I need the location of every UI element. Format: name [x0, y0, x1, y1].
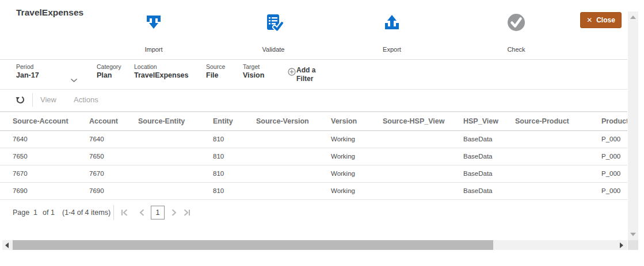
column-header[interactable]: Entity — [207, 112, 250, 130]
column-header[interactable]: Source-Entity — [132, 112, 207, 130]
page-count-label: of 1 — [43, 209, 55, 217]
horizontal-scrollbar[interactable] — [2, 240, 627, 250]
grid-cell: 810 — [207, 165, 250, 182]
table-row[interactable]: 76707670810WorkingBaseDataP_000 — [0, 165, 627, 182]
grid-cell — [250, 182, 325, 199]
close-button[interactable]: ✕ Close — [580, 12, 622, 28]
scroll-left-icon[interactable] — [2, 240, 12, 250]
column-header[interactable]: Source-Version — [250, 112, 325, 130]
grid-cell — [250, 130, 325, 148]
grid-cell — [509, 130, 596, 148]
view-menu[interactable]: View — [40, 95, 56, 104]
pov-value: Plan — [97, 71, 121, 80]
column-header[interactable]: Source-Product — [509, 112, 596, 130]
grid-cell: 7640 — [0, 130, 83, 148]
grid-cell — [250, 165, 325, 182]
grid-cell — [132, 148, 207, 165]
previous-page-icon[interactable] — [137, 208, 146, 217]
pov-value: Vision — [243, 71, 264, 80]
column-header[interactable]: Account — [83, 112, 132, 130]
grid-cell: 810 — [207, 182, 250, 199]
table-row[interactable]: 76507650810WorkingBaseDataP_000 — [0, 148, 627, 165]
next-page-icon[interactable] — [169, 208, 178, 217]
pov-field-period[interactable]: Period Jan-17 — [16, 63, 39, 80]
grid-cell — [377, 130, 458, 148]
grid-cell: Working — [325, 130, 377, 148]
grid-cell: 810 — [207, 130, 250, 148]
vertical-scrollbar[interactable] — [628, 11, 638, 240]
grid-cell — [509, 182, 596, 199]
grid-cell — [377, 165, 458, 182]
actions-menu[interactable]: Actions — [74, 95, 98, 104]
pov-value: File — [206, 71, 225, 80]
column-header[interactable]: Source-Account — [0, 112, 83, 130]
pov-value: Jan-17 — [16, 71, 39, 80]
pov-field-target: Target Vision — [243, 63, 264, 80]
grid-viewport: Source-AccountAccountSource-EntityEntity… — [0, 111, 627, 201]
scroll-right-icon[interactable] — [617, 240, 626, 250]
horizontal-scrollbar-thumb[interactable] — [13, 240, 493, 250]
grid-cell — [250, 148, 325, 165]
grid-cell: 7690 — [83, 182, 132, 199]
table-row[interactable]: 76407640810WorkingBaseDataP_000 — [0, 130, 627, 148]
scroll-down-icon[interactable] — [628, 230, 638, 239]
grid-cell: 7690 — [0, 182, 83, 199]
pagination-bar: Page 1 of 1 (1-4 of 4 items) 1 — [0, 205, 627, 221]
refresh-icon[interactable] — [15, 95, 25, 105]
grid-cell: 810 — [207, 148, 250, 165]
scroll-up-icon[interactable] — [628, 13, 638, 22]
first-page-icon[interactable] — [120, 208, 129, 217]
pov-label: Target — [243, 63, 264, 71]
import-icon — [144, 13, 163, 32]
grid-cell: BaseData — [458, 182, 509, 199]
toolbar-divider — [32, 93, 33, 107]
pov-field-source: Source File — [206, 63, 225, 80]
grid-header-row: Source-AccountAccountSource-EntityEntity… — [0, 112, 627, 130]
export-icon — [382, 13, 402, 32]
page-number-input[interactable]: 1 — [151, 206, 165, 219]
column-header[interactable]: Source-HSP_View — [377, 112, 458, 130]
grid-cell: P_000 — [596, 165, 627, 182]
grid-cell: P_000 — [596, 148, 627, 165]
grid-toolbar: View Actions — [0, 90, 627, 111]
grid-cell — [509, 165, 596, 182]
pov-value: TravelExpenses — [134, 71, 189, 80]
column-header[interactable]: Product — [596, 112, 627, 130]
last-page-icon[interactable] — [182, 208, 191, 217]
grid-cell: 7650 — [0, 148, 83, 165]
pov-field-location: Location TravelExpenses — [134, 63, 189, 80]
grid-cell: P_000 — [596, 182, 627, 199]
pov-label: Period — [16, 63, 39, 71]
check-button[interactable]: Check — [490, 13, 542, 53]
grid-cell — [509, 148, 596, 165]
column-header[interactable]: Version — [325, 112, 377, 130]
column-header[interactable]: HSP_View — [458, 112, 509, 130]
add-filter-button[interactable]: Add a Filter — [288, 66, 322, 83]
grid-cell: BaseData — [458, 165, 509, 182]
header-divider — [0, 59, 627, 60]
grid-cell: 7650 — [83, 148, 132, 165]
pov-label: Location — [134, 63, 189, 71]
grid-cell — [132, 165, 207, 182]
grid-cell: 7670 — [0, 165, 83, 182]
current-page: 1 — [33, 209, 37, 217]
grid-cell: Working — [325, 148, 377, 165]
grid-cell — [132, 182, 207, 199]
export-button[interactable]: Export — [366, 13, 418, 53]
chevron-down-icon[interactable] — [70, 75, 78, 85]
check-icon — [506, 13, 526, 32]
grid-cell: 7640 — [83, 130, 132, 148]
table-row[interactable]: 76907690810WorkingBaseDataP_000 — [0, 182, 627, 199]
grid-cell: BaseData — [458, 148, 509, 165]
page-title: TravelExpenses — [16, 7, 83, 18]
data-grid: Source-AccountAccountSource-EntityEntity… — [0, 112, 627, 200]
items-count-label: (1-4 of 4 items) — [62, 209, 110, 217]
validate-label: Validate — [262, 46, 285, 53]
page-label: Page — [13, 209, 29, 217]
data-load-workbench: TravelExpenses Import Validate — [0, 0, 644, 266]
pov-field-category: Category Plan — [97, 63, 121, 80]
validate-button[interactable]: Validate — [247, 13, 299, 53]
close-icon: ✕ — [586, 16, 592, 24]
plus-circle-icon — [288, 68, 296, 78]
import-button[interactable]: Import — [128, 13, 180, 53]
